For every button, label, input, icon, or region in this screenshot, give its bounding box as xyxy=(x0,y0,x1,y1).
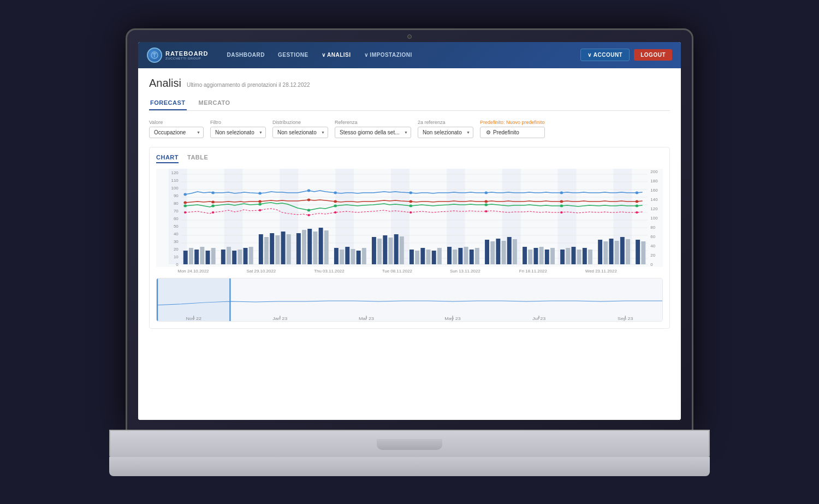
svg-text:50: 50 xyxy=(174,224,179,228)
svg-text:Jan 23: Jan 23 xyxy=(272,316,287,321)
svg-point-152 xyxy=(307,214,310,216)
svg-rect-85 xyxy=(415,251,419,264)
svg-rect-93 xyxy=(464,247,468,264)
svg-text:Sep 23: Sep 23 xyxy=(618,316,633,321)
svg-rect-91 xyxy=(453,250,457,264)
svg-rect-99 xyxy=(502,241,506,264)
tab-forecast[interactable]: FORECAST xyxy=(149,96,187,110)
filters-row: Valore Occupazione Filtro N xyxy=(149,120,670,138)
svg-text:20: 20 xyxy=(174,247,179,251)
svg-text:140: 140 xyxy=(650,197,657,201)
svg-rect-56 xyxy=(232,251,236,264)
content-area: Analisi Ultimo aggiornamento di prenotaz… xyxy=(138,68,681,420)
svg-rect-57 xyxy=(238,250,242,264)
svg-rect-58 xyxy=(244,248,248,264)
nuovo-predefinito-link[interactable]: Nuovo predefinito xyxy=(506,120,545,125)
svg-rect-92 xyxy=(458,248,462,264)
svg-point-124 xyxy=(258,192,262,194)
filter-distribuzione: Distribuzione Non selezionato xyxy=(272,120,328,138)
select-distribuzione[interactable]: Non selezionato xyxy=(272,127,328,138)
nav-dashboard[interactable]: DASHBOARD xyxy=(221,49,270,61)
svg-rect-50 xyxy=(194,250,199,264)
svg-point-143 xyxy=(307,209,311,211)
predefined-area: Predefinito: Nuovo predefinito ⚙ Predefi… xyxy=(480,120,545,138)
svg-point-135 xyxy=(334,200,337,203)
svg-rect-101 xyxy=(513,239,517,264)
svg-rect-60 xyxy=(259,234,263,264)
svg-point-147 xyxy=(560,204,563,207)
logout-button[interactable]: LOGOUT xyxy=(634,49,672,61)
svg-rect-83 xyxy=(400,236,404,264)
svg-point-126 xyxy=(334,191,337,194)
nav-analisi[interactable]: ∨ ANALISI xyxy=(316,49,357,61)
svg-rect-73 xyxy=(340,250,344,264)
select-valore[interactable]: Occupazione xyxy=(149,127,204,138)
svg-text:80: 80 xyxy=(174,201,179,205)
svg-text:Jul 23: Jul 23 xyxy=(532,316,545,321)
chart-section: CHART TABLE xyxy=(149,147,670,329)
nav-impostazioni[interactable]: ∨ IMPOSTAZIONI xyxy=(359,49,418,61)
svg-rect-78 xyxy=(372,237,376,264)
svg-point-145 xyxy=(409,204,412,207)
svg-rect-71 xyxy=(324,230,329,264)
predefinito-icon: ⚙ xyxy=(486,129,491,135)
svg-point-137 xyxy=(485,200,488,203)
predefinito-button[interactable]: ⚙ Predefinito xyxy=(480,127,545,138)
svg-point-132 xyxy=(211,200,215,203)
svg-rect-59 xyxy=(249,247,253,264)
svg-rect-48 xyxy=(183,251,188,264)
svg-point-149 xyxy=(184,211,187,214)
label-seconda-referenza: 2a referenza xyxy=(418,120,473,125)
svg-rect-74 xyxy=(345,247,349,264)
svg-text:0: 0 xyxy=(176,262,178,266)
svg-point-131 xyxy=(183,201,187,204)
select-seconda-referenza[interactable]: Non selezionato xyxy=(418,127,473,138)
svg-rect-54 xyxy=(221,250,225,264)
select-filtro[interactable]: Non selezionato xyxy=(210,127,266,138)
tab-table[interactable]: TABLE xyxy=(187,154,208,163)
logo-area: RATEBOARD ZUCCHETTI GROUP xyxy=(147,48,208,63)
svg-text:Thu 03.11.2022: Thu 03.11.2022 xyxy=(314,269,344,273)
primary-tabs: FORECAST MERCATO xyxy=(149,96,670,111)
svg-rect-81 xyxy=(389,238,393,264)
svg-rect-55 xyxy=(227,247,231,264)
nav-items: DASHBOARD GESTIONE ∨ ANALISI ∨ IMPOSTAZI… xyxy=(221,49,572,61)
svg-rect-113 xyxy=(588,250,592,264)
svg-rect-167 xyxy=(157,278,158,321)
label-distribuzione: Distribuzione xyxy=(272,120,328,125)
laptop-container: RATEBOARD ZUCCHETTI GROUP DASHBOARD GEST… xyxy=(109,28,710,476)
svg-rect-119 xyxy=(626,239,630,264)
svg-rect-65 xyxy=(287,234,291,264)
svg-text:30: 30 xyxy=(174,239,179,244)
nav-gestione[interactable]: GESTIONE xyxy=(272,49,314,61)
tab-mercato[interactable]: MERCATO xyxy=(198,96,232,110)
account-button[interactable]: ∨ ACCOUNT xyxy=(580,49,630,61)
tab-chart[interactable]: CHART xyxy=(156,154,179,163)
svg-rect-120 xyxy=(636,240,640,264)
mini-chart: Nov 22 Jan 23 Mar 23 May 23 Jul 23 Sep 2… xyxy=(156,278,663,322)
svg-text:160: 160 xyxy=(650,188,657,192)
filter-valore: Valore Occupazione xyxy=(149,120,204,138)
select-distribuzione-wrapper: Non selezionato xyxy=(272,127,328,138)
svg-point-141 xyxy=(211,204,215,207)
label-filtro: Filtro xyxy=(210,120,266,125)
select-referenza[interactable]: Stesso giorno della set... xyxy=(335,127,411,138)
svg-point-123 xyxy=(211,191,215,194)
svg-rect-115 xyxy=(603,241,608,264)
svg-point-125 xyxy=(307,189,311,192)
svg-text:Nov 22: Nov 22 xyxy=(186,316,201,321)
svg-text:40: 40 xyxy=(650,244,655,248)
select-valore-wrapper: Occupazione xyxy=(149,127,204,138)
svg-text:Sat 29.10.2022: Sat 29.10.2022 xyxy=(247,269,276,273)
laptop-base xyxy=(109,430,710,460)
svg-text:10: 10 xyxy=(174,254,179,259)
svg-rect-168 xyxy=(229,278,230,321)
svg-rect-72 xyxy=(334,248,339,264)
svg-point-128 xyxy=(485,191,488,194)
page-subtitle: Ultimo aggiornamento di prenotazioni il … xyxy=(187,82,310,88)
svg-rect-166 xyxy=(157,278,231,321)
main-chart-svg: 0 10 20 30 40 50 60 70 80 90 100 xyxy=(156,169,663,278)
svg-point-140 xyxy=(183,204,187,207)
svg-rect-66 xyxy=(296,233,301,264)
svg-point-154 xyxy=(410,211,412,214)
